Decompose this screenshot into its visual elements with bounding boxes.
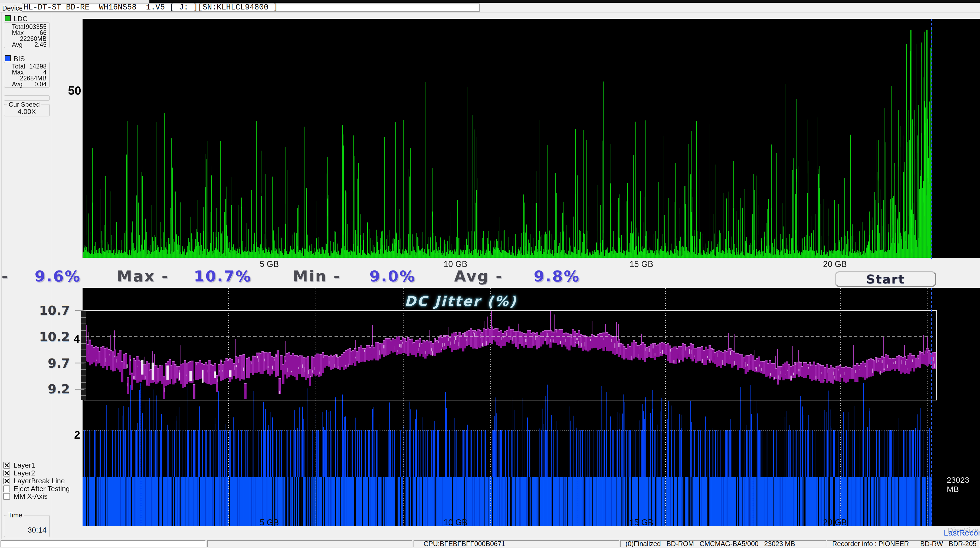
checkbox-label: Layer1 (14, 461, 35, 470)
top-edge-highlight (0, 0, 150, 3)
time-label: Time (6, 511, 24, 519)
jitter-min-value: 9.0% (369, 268, 416, 285)
status-disc-info: (0)Finalized BD-ROM CMCMAG-BA5/000 23023… (620, 540, 826, 547)
ldc-color-square (5, 15, 11, 21)
ldc-row-avg: Avg2.45 (4, 42, 49, 48)
x-tick-bottom-15gb: 15 GB (622, 518, 660, 527)
ldc-legend-label: LDC (14, 14, 28, 23)
jitter-avg-label: Avg - (454, 268, 503, 285)
checkbox-box[interactable] (3, 486, 10, 492)
bis-y-label-4: 4 (74, 333, 80, 345)
separator-box (4, 95, 50, 101)
checkbox-label: LayerBreak Line (14, 477, 65, 485)
x-tick-5gb: 5 GB (250, 260, 288, 269)
x-tick-10gb: 10 GB (436, 260, 474, 269)
device-field[interactable]: HL-DT-ST BD-RE WH16NS58 1.V5 [ J: ][SN:K… (22, 3, 480, 12)
checkbox-box[interactable]: ✕ (3, 462, 10, 469)
ldc-row-maxloc: 22260MB (4, 36, 49, 42)
bis-color-square (5, 55, 11, 61)
start-button[interactable]: Start (835, 271, 936, 287)
last-record-label: LastRecord (944, 528, 980, 537)
checkbox-layer1[interactable]: ✕ Layer1 (3, 461, 35, 470)
bis-stats-panel: Total14298 Max4 22684MB Avg0.04 (4, 62, 50, 88)
bis-legend-swatch (5, 55, 11, 61)
status-empty-panel (207, 540, 412, 547)
bis-y-label-2: 2 (74, 429, 80, 441)
scanned-mb-label: 23023 MB (947, 475, 980, 494)
jitter-avg-value: 9.8% (534, 268, 580, 285)
ldc-row-total: Total903355 (4, 24, 49, 30)
checkbox-label: Eject After Testing (14, 485, 70, 493)
jitter-y-10-2: 10.2 (24, 330, 70, 344)
x-tick-bottom-20gb: 20 GB (816, 518, 854, 527)
app-window: Device: HL-DT-ST BD-RE WH16NS58 1.V5 [ J… (0, 0, 980, 548)
checkbox-eject-after-testing[interactable]: Eject After Testing (3, 485, 70, 493)
jitter-max-value: 10.7% (194, 268, 252, 285)
status-recorder-info: Recorder info : PIONEER BD-RW BDR-205 JA… (827, 540, 980, 547)
ldc-row-max: Max66 (4, 30, 49, 36)
ldc-y-axis-label-50: 50 (51, 84, 81, 97)
x-tick-bottom-5gb: 5 GB (250, 518, 288, 527)
jitter-y-9-7: 9.7 (24, 356, 70, 371)
device-label: Device: (2, 4, 25, 12)
checkbox-box[interactable] (3, 493, 10, 500)
jitter-y-9-2: 9.2 (24, 382, 70, 397)
bis-row-maxloc: 22684MB (4, 75, 49, 81)
x-tick-20gb: 20 GB (816, 260, 854, 269)
checkbox-box[interactable]: ✕ (3, 470, 10, 476)
checkbox-label: Layer2 (14, 469, 35, 477)
jitter-min-label: Min - (293, 268, 341, 285)
jitter-max-label: Max - (117, 268, 169, 285)
bis-row-total: Total14298 (4, 63, 49, 69)
jitter-cur-prefix: - (2, 268, 9, 285)
progress-bar (0, 540, 206, 547)
checkbox-label: MM X-Axis (14, 492, 48, 500)
time-value: 30:14 (4, 526, 46, 534)
bis-row-max: Max4 (4, 69, 49, 75)
ldc-legend-swatch (5, 15, 11, 21)
checkbox-layer2[interactable]: ✕ Layer2 (3, 469, 35, 477)
top-window-edge (0, 0, 980, 3)
title-bar: Device: HL-DT-ST BD-RE WH16NS58 1.V5 [ J… (0, 3, 980, 13)
checkbox-box[interactable]: ✕ (3, 478, 10, 484)
bis-row-avg: Avg0.04 (4, 81, 49, 87)
cur-speed-label: Cur Speed (7, 101, 41, 108)
x-tick-bottom-10gb: 10 GB (436, 518, 474, 527)
jitter-chart-title: DC Jitter (%) (405, 293, 517, 309)
ldc-stats-panel: Total903355 Max66 22260MB Avg2.45 (4, 22, 50, 48)
jitter-cur-value: 9.6% (35, 268, 81, 285)
x-tick-15gb: 15 GB (622, 260, 660, 269)
checkbox-mm-x-axis[interactable]: MM X-Axis (3, 492, 48, 500)
status-cpu: CPU:BFEBFBFF000B0671 (414, 540, 619, 547)
status-bar: CPU:BFEBFBFF000B0671 (0)Finalized BD-ROM… (0, 539, 980, 548)
checkbox-layerbreak-line[interactable]: ✕ LayerBreak Line (3, 477, 65, 485)
jitter-y-10-7: 10.7 (24, 303, 70, 318)
